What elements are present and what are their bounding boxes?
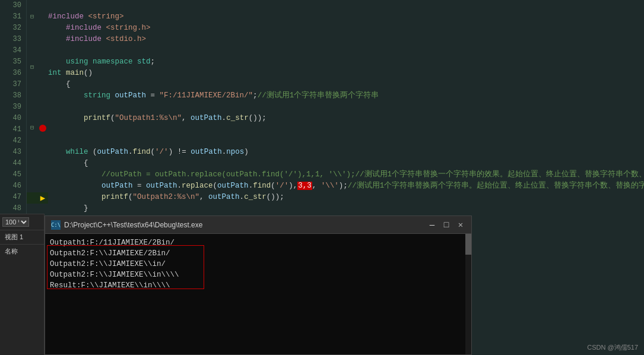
gutter-row-43: ⊟ bbox=[27, 122, 48, 134]
code-line-43: while (outPath.find('/') != outPath.npos… bbox=[48, 147, 644, 158]
margin-cell bbox=[37, 0, 48, 11]
fold-btn-43[interactable]: ⊟ bbox=[27, 122, 37, 134]
terminal-line-1: Outpath2:F:\\JIAMIEXE/2Bin/ bbox=[50, 248, 467, 259]
breakpoint-43 bbox=[37, 122, 48, 134]
terminal-line-4: Result:F:\\JIAMIEXE\\in\\\\ bbox=[50, 280, 467, 291]
maximize-button[interactable]: □ bbox=[442, 220, 451, 230]
fold-50 bbox=[27, 192, 37, 204]
terminal-icon: C:\ bbox=[51, 220, 61, 230]
code-line-35: using namespace std; bbox=[48, 56, 644, 68]
fold-btn-36[interactable]: ⊟ bbox=[27, 62, 37, 73]
code-line-44: { bbox=[48, 158, 644, 169]
fold-margin: ⊟ ⊟ ⊟ bbox=[27, 0, 48, 214]
minimize-button[interactable]: — bbox=[427, 220, 437, 230]
code-line-37: { bbox=[48, 79, 644, 90]
terminal-line-2: Outpath2:F:\\JIAMIEXE\\in/ bbox=[50, 259, 467, 270]
code-line-32: #include <string.h> bbox=[48, 23, 644, 34]
terminal-line-3: Outpath2:F:\\JIAMIEXE\\in\\\\ bbox=[50, 270, 467, 280]
terminal-body: Outpath1:F:/11JIAMIEXE/2Bin/ Outpath2:F:… bbox=[45, 234, 471, 354]
fold-btn[interactable] bbox=[27, 0, 37, 11]
code-line-34 bbox=[48, 45, 644, 56]
code-line-45: //outPath = outPath.replace(outPath.find… bbox=[48, 169, 644, 180]
terminal-window: C:\ D:\Project\C++\Test\test\x64\Debug\t… bbox=[45, 215, 472, 355]
code-content[interactable]: #include <string> #include <string.h> #i… bbox=[48, 0, 644, 214]
gutter-row-30 bbox=[27, 0, 48, 11]
terminal-line-0: Outpath1:F:/11JIAMIEXE/2Bin/ bbox=[50, 237, 467, 248]
code-line-39 bbox=[48, 102, 644, 113]
margin-36 bbox=[37, 62, 48, 73]
scrollbar-thumb[interactable] bbox=[465, 234, 471, 255]
panel-item-2: 名称 bbox=[0, 245, 44, 258]
line-numbers: 30 31 32 33 34 35 36 37 38 39 40 41 42 4… bbox=[0, 0, 27, 214]
code-line-33: #include <stdio.h> bbox=[48, 34, 644, 45]
zoom-select[interactable]: 100 % bbox=[2, 217, 29, 227]
code-line-48: } bbox=[48, 203, 644, 214]
left-panel: 100 % 视图 1 名称 bbox=[0, 214, 45, 355]
terminal-scrollbar[interactable] bbox=[465, 234, 471, 354]
watermark: CSDN @鸿儒517 bbox=[587, 343, 638, 352]
fold-btn-31[interactable]: ⊟ bbox=[27, 11, 37, 23]
code-line-42 bbox=[48, 135, 644, 147]
breakpoint-dot bbox=[39, 125, 46, 132]
terminal-titlebar: C:\ D:\Project\C++\Test\test\x64\Debug\t… bbox=[45, 216, 471, 234]
zoom-control: 100 % bbox=[0, 214, 44, 230]
code-line-38: string outPath = "F:/11JIAMIEXE/2Bin/";/… bbox=[48, 90, 644, 102]
code-line-46: outPath = outPath.replace(outPath.find('… bbox=[48, 180, 644, 192]
panel-item-1: 视图 1 bbox=[0, 230, 44, 244]
arrow-50: ▶ bbox=[37, 192, 48, 204]
margin-31 bbox=[37, 11, 48, 23]
code-line-31: #include <string> bbox=[48, 11, 644, 23]
code-line-41 bbox=[48, 124, 644, 135]
close-button[interactable]: ✕ bbox=[456, 220, 465, 230]
code-editor: 30 31 32 33 34 35 36 37 38 39 40 41 42 4… bbox=[0, 0, 644, 214]
gutter-row-36: ⊟ bbox=[27, 62, 48, 73]
code-line-40: printf("Outpath1:%s\n", outPath.c_str())… bbox=[48, 113, 644, 124]
terminal-title-left: C:\ D:\Project\C++\Test\test\x64\Debug\t… bbox=[51, 220, 202, 230]
code-line-30 bbox=[48, 0, 644, 11]
cmd-symbol: C:\ bbox=[51, 222, 61, 228]
code-line-36: int main() bbox=[48, 68, 644, 79]
gutter-row-50: ▶ bbox=[27, 192, 48, 204]
gutter-row-31: ⊟ bbox=[27, 11, 48, 23]
code-line-47: printf("Outpath2:%s\n", outPath.c_str())… bbox=[48, 192, 644, 203]
terminal-controls: — □ ✕ bbox=[427, 220, 465, 230]
terminal-title-text: D:\Project\C++\Test\test\x64\Debug\test.… bbox=[64, 221, 202, 229]
